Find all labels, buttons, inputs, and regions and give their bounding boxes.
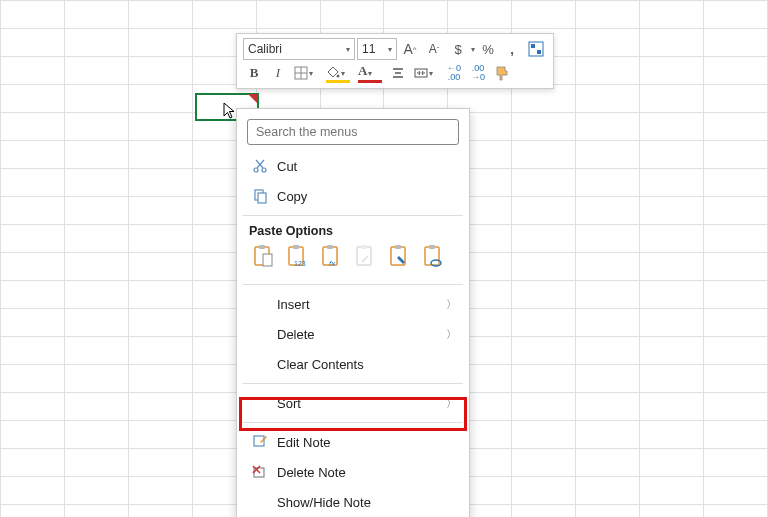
paste-transpose-button[interactable]	[351, 242, 379, 272]
cut-menu-item[interactable]: Cut	[237, 151, 469, 181]
paste-button[interactable]	[249, 242, 277, 272]
menu-label: Edit Note	[277, 435, 457, 450]
menu-label: Cut	[277, 159, 457, 174]
paste-values-button[interactable]: 123	[283, 242, 311, 272]
paste-formatting-button[interactable]	[385, 242, 413, 272]
svg-rect-29	[395, 245, 401, 249]
fill-color-button[interactable]: ▾	[323, 62, 353, 84]
conditional-format-button[interactable]	[525, 38, 547, 60]
menu-label: Copy	[277, 189, 457, 204]
paste-options-header: Paste Options	[237, 220, 469, 240]
paste-formulas-button[interactable]: fx	[317, 242, 345, 272]
menu-label: Insert	[277, 297, 446, 312]
svg-rect-24	[327, 245, 333, 249]
format-painter-button[interactable]	[491, 62, 513, 84]
svg-rect-26	[357, 247, 371, 265]
svg-point-11	[254, 168, 258, 172]
font-size-value: 11	[362, 42, 375, 56]
chevron-down-icon: ▾	[346, 45, 350, 54]
svg-rect-2	[537, 50, 541, 54]
italic-button[interactable]: I	[267, 62, 289, 84]
center-align-button[interactable]	[387, 62, 409, 84]
chevron-down-icon: ▾	[429, 69, 433, 78]
svg-rect-16	[258, 193, 266, 203]
show-hide-note-menu-item[interactable]: Show/Hide Note	[237, 487, 469, 517]
svg-rect-31	[429, 245, 435, 249]
chevron-down-icon: ▾	[368, 69, 372, 78]
chevron-right-icon: 〉	[446, 327, 457, 342]
decrease-font-button[interactable]: Aˇ	[423, 38, 445, 60]
svg-rect-21	[293, 245, 299, 249]
menu-label: Delete	[277, 327, 446, 342]
merge-center-button[interactable]: ▾	[411, 62, 441, 84]
svg-rect-1	[531, 44, 535, 48]
svg-rect-19	[263, 254, 272, 266]
edit-note-icon	[249, 434, 271, 450]
percent-format-button[interactable]: %	[477, 38, 499, 60]
borders-button[interactable]: ▾	[291, 62, 321, 84]
font-name-value: Calibri	[248, 42, 282, 56]
menu-divider	[243, 215, 463, 216]
accounting-format-button[interactable]: $	[447, 38, 469, 60]
sort-menu-item[interactable]: Sort 〉	[237, 388, 469, 418]
font-size-select[interactable]: 11 ▾	[357, 38, 397, 60]
increase-decimal-button[interactable]: ←0.00	[443, 62, 465, 84]
svg-text:fx: fx	[329, 259, 336, 268]
copy-icon	[249, 188, 271, 204]
menu-divider	[243, 422, 463, 423]
note-indicator-icon	[248, 94, 258, 104]
copy-menu-item[interactable]: Copy	[237, 181, 469, 211]
chevron-right-icon: 〉	[446, 396, 457, 411]
menu-divider	[243, 284, 463, 285]
svg-rect-10	[415, 69, 427, 77]
svg-rect-18	[259, 245, 265, 249]
insert-menu-item[interactable]: Insert 〉	[237, 289, 469, 319]
menu-divider	[243, 383, 463, 384]
svg-point-12	[262, 168, 266, 172]
delete-note-menu-item[interactable]: Delete Note	[237, 457, 469, 487]
chevron-down-icon[interactable]: ▾	[471, 45, 475, 54]
fill-color-strip	[326, 80, 350, 83]
font-name-select[interactable]: Calibri ▾	[243, 38, 355, 60]
menu-label: Clear Contents	[277, 357, 457, 372]
svg-rect-30	[425, 247, 439, 265]
paste-options-row: 123 fx	[237, 240, 469, 280]
font-color-button[interactable]: A ▾	[355, 62, 385, 84]
font-color-strip	[358, 80, 382, 83]
svg-text:123: 123	[294, 260, 306, 267]
scissors-icon	[249, 158, 271, 174]
menu-label: Sort	[277, 396, 446, 411]
bold-button[interactable]: B	[243, 62, 265, 84]
context-menu: Cut Copy Paste Options 123 fx Insert 〉	[236, 108, 470, 517]
delete-note-icon	[249, 464, 271, 480]
edit-note-menu-item[interactable]: Edit Note	[237, 427, 469, 457]
mini-toolbar: Calibri ▾ 11 ▾ A^ Aˇ $ ▾ % , B I ▾ ▾ A ▾	[236, 33, 554, 89]
chevron-right-icon: 〉	[446, 297, 457, 312]
svg-rect-27	[361, 245, 367, 249]
decrease-decimal-button[interactable]: .00→0	[467, 62, 489, 84]
chevron-down-icon: ▾	[341, 69, 345, 78]
chevron-down-icon: ▾	[388, 45, 392, 54]
clear-contents-menu-item[interactable]: Clear Contents	[237, 349, 469, 379]
search-input[interactable]	[247, 119, 459, 145]
paste-link-button[interactable]	[419, 242, 447, 272]
menu-search	[247, 119, 459, 145]
increase-font-button[interactable]: A^	[399, 38, 421, 60]
svg-point-6	[337, 75, 340, 78]
menu-label: Show/Hide Note	[277, 495, 457, 510]
svg-line-13	[257, 160, 264, 168]
svg-line-14	[256, 160, 263, 168]
chevron-down-icon: ▾	[309, 69, 313, 78]
comma-format-button[interactable]: ,	[501, 38, 523, 60]
menu-label: Delete Note	[277, 465, 457, 480]
delete-menu-item[interactable]: Delete 〉	[237, 319, 469, 349]
